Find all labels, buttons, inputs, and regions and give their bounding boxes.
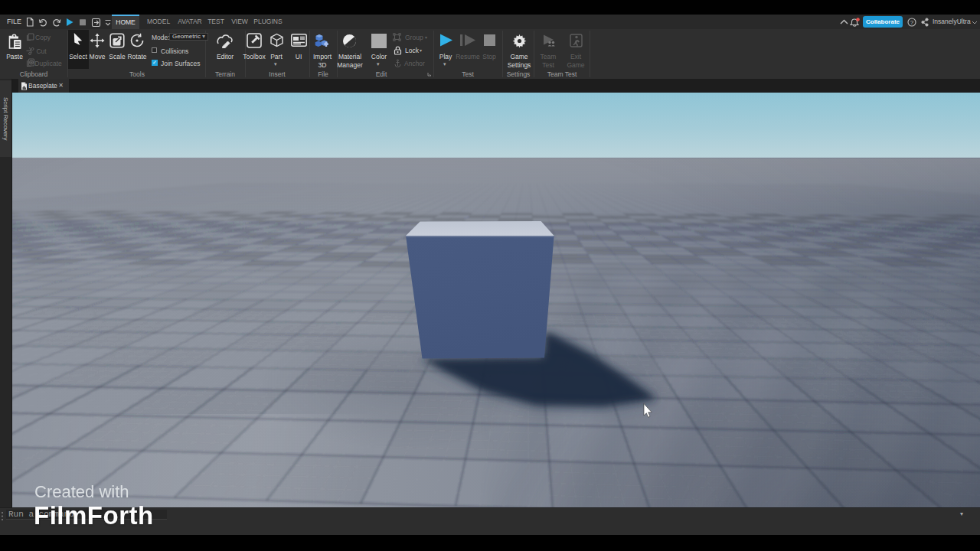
svg-text:?: ? — [910, 19, 914, 26]
